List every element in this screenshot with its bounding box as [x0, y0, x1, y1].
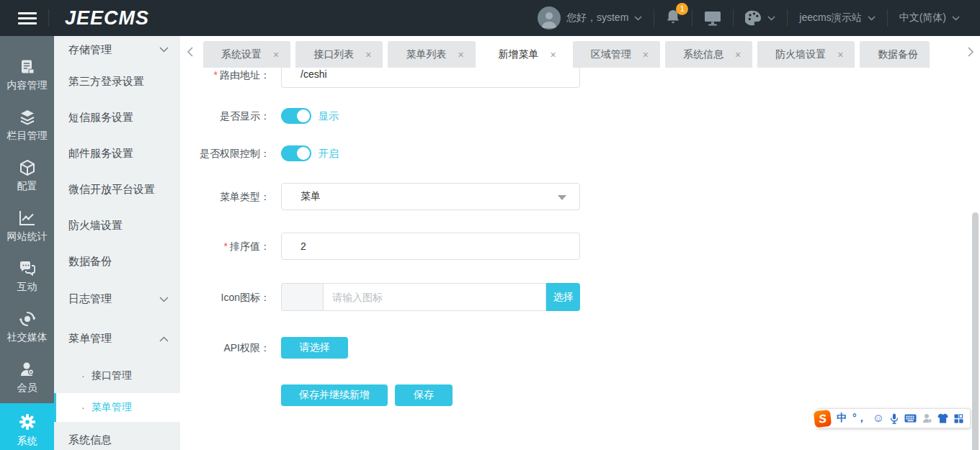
submenu-item-storage[interactable]: 存储管理 — [54, 36, 180, 63]
tab-system-settings[interactable]: 系统设置 × — [203, 41, 290, 68]
submenu-item-menu-mgmt[interactable]: 菜单管理 — [54, 319, 180, 359]
close-icon[interactable]: × — [273, 49, 279, 60]
user-greeting: 您好，system — [566, 12, 628, 24]
rail-item-system[interactable]: 系统 — [0, 403, 54, 450]
tab-backup[interactable]: 数据备份 — [860, 41, 930, 68]
required-asterisk: * — [224, 240, 228, 252]
icon-field-group: 选择 — [281, 283, 580, 311]
ime-punctuation-icon[interactable]: °， — [852, 412, 867, 425]
chevron-down-icon — [159, 297, 169, 302]
tab-system-info[interactable]: 系统信息 × — [665, 41, 752, 68]
menu-toggle-icon[interactable] — [18, 12, 37, 24]
rail-item-label: 配置 — [17, 180, 37, 193]
close-icon[interactable]: × — [735, 49, 741, 60]
rail-item-members[interactable]: 会员 — [0, 353, 54, 403]
emoji-icon[interactable]: ☺ — [873, 412, 884, 425]
permission-toggle[interactable] — [281, 145, 311, 161]
secondary-nav: 存储管理 第三方登录设置 短信服务设置 邮件服务设置 微信开放平台设置 防火墙设… — [54, 36, 180, 450]
permission-state: 开启 — [318, 145, 339, 161]
close-icon[interactable]: × — [837, 49, 843, 60]
monitor-icon — [704, 11, 721, 26]
rail-item-social[interactable]: 社交媒体 — [0, 302, 54, 353]
microphone-icon[interactable] — [890, 413, 899, 424]
rail-item-label: 会员 — [17, 382, 37, 395]
vertical-scrollbar[interactable] — [972, 212, 979, 450]
sort-input[interactable] — [281, 233, 580, 260]
theme-menu[interactable] — [734, 0, 787, 36]
main-content: 系统设置 × 接口列表 × 菜单列表 × 新增菜单 × 区域管理 × 系统信息 … — [180, 36, 980, 450]
tab-scroll-right-icon[interactable] — [968, 47, 974, 57]
tab-menu-list[interactable]: 菜单列表 × — [388, 41, 475, 68]
sogou-logo-icon[interactable]: S — [814, 409, 832, 427]
tab-region-mgmt[interactable]: 区域管理 × — [573, 41, 660, 68]
rail-item-stats[interactable]: 网站统计 — [0, 202, 54, 252]
close-icon[interactable]: × — [643, 49, 649, 60]
rail-item-config[interactable]: 配置 — [0, 151, 54, 202]
tab-new-menu[interactable]: 新增菜单 × — [481, 41, 568, 68]
submenu-subitem-api-mgmt[interactable]: · 接口管理 — [54, 359, 180, 393]
submenu-item-firewall[interactable]: 防火墙设置 — [54, 207, 180, 243]
submenu-subitem-menu-mgmt[interactable]: · 菜单管理 — [54, 393, 180, 422]
icon-input[interactable] — [323, 283, 546, 311]
ime-language-mode-icon[interactable]: 中 — [837, 412, 847, 425]
icon-select-button[interactable]: 选择 — [546, 283, 580, 311]
tab-api-list[interactable]: 接口列表 × — [295, 41, 383, 68]
api-select-button[interactable]: 请选择 — [281, 337, 348, 359]
tab-scroll-left-icon[interactable] — [187, 47, 193, 57]
screen-button[interactable] — [692, 0, 733, 36]
notifications-button[interactable]: 1 — [654, 0, 692, 36]
submenu-item-sms[interactable]: 短信服务设置 — [54, 99, 180, 135]
rail-item-label: 社交媒体 — [7, 331, 48, 344]
type-select[interactable]: 菜单 — [281, 183, 580, 210]
chevron-down-icon — [868, 16, 876, 21]
palette-icon — [745, 10, 762, 26]
toolbox-grid-icon[interactable] — [954, 414, 963, 423]
visible-label: 是否显示： — [180, 109, 270, 123]
rail-item-content[interactable]: 内容管理 — [0, 50, 54, 101]
chevron-down-icon — [952, 16, 960, 21]
new-menu-form: *路由地址： 是否显示： 显示 是否权限控制： 开启 菜单类型： 菜单 *排序值… — [180, 68, 980, 450]
rail-item-interaction[interactable]: 互动 — [0, 252, 54, 302]
app-logo: JEECMS — [65, 7, 149, 30]
close-icon[interactable]: × — [365, 49, 371, 60]
skin-icon[interactable] — [937, 413, 948, 423]
sort-label: *排序值： — [180, 239, 270, 253]
chevron-down-icon — [634, 16, 642, 21]
submenu-item-thirdparty-login[interactable]: 第三方登录设置 — [54, 63, 180, 99]
primary-nav-rail: 内容管理 栏目管理 配置 网站统计 互动 社交媒体 会员 系统 — [0, 36, 54, 450]
language-selector[interactable]: 中文(简体) — [888, 0, 980, 36]
bullet: · — [81, 402, 85, 413]
submenu-item-wechat-platform[interactable]: 微信开放平台设置 — [54, 171, 180, 207]
submenu-item-logs[interactable]: 日志管理 — [54, 279, 180, 319]
chat-icon — [19, 261, 36, 276]
ime-toolbar: S 中 °， ☺ 7 — [817, 408, 971, 428]
submenu-item-backup[interactable]: 数据备份 — [54, 243, 180, 279]
close-icon[interactable]: × — [458, 49, 463, 60]
rail-item-label: 内容管理 — [7, 79, 48, 92]
close-icon[interactable]: × — [551, 49, 556, 60]
user-menu[interactable]: 您好，system — [526, 0, 654, 36]
submenu-item-system-info[interactable]: 系统信息 — [54, 422, 180, 450]
site-selector[interactable]: jeecms演示站 — [788, 0, 886, 36]
document-icon — [19, 59, 35, 75]
user-mode-icon[interactable]: 7 — [922, 413, 932, 423]
avatar — [538, 6, 561, 30]
tab-firewall[interactable]: 防火墙设置 × — [757, 41, 855, 68]
icon-label: Icon图标： — [180, 290, 270, 305]
type-label: 菜单类型： — [180, 189, 270, 204]
visible-toggle[interactable] — [281, 108, 311, 124]
keyboard-icon[interactable] — [904, 414, 917, 423]
member-icon — [19, 361, 35, 377]
route-input[interactable] — [281, 68, 580, 88]
rail-item-label: 栏目管理 — [7, 130, 48, 143]
rail-item-label: 网站统计 — [7, 230, 48, 243]
submenu-item-mail[interactable]: 邮件服务设置 — [54, 135, 180, 171]
rail-item-columns[interactable]: 栏目管理 — [0, 101, 54, 151]
header-right: 您好，system 1 jeecms演示站 中文(简体) — [526, 0, 980, 36]
save-and-continue-button[interactable]: 保存并继续新增 — [281, 384, 388, 406]
route-label: *路由地址： — [180, 68, 270, 82]
caret-down-icon — [558, 195, 566, 200]
bullet: · — [81, 370, 85, 382]
save-button[interactable]: 保存 — [395, 384, 453, 406]
notification-badge: 1 — [676, 3, 688, 15]
